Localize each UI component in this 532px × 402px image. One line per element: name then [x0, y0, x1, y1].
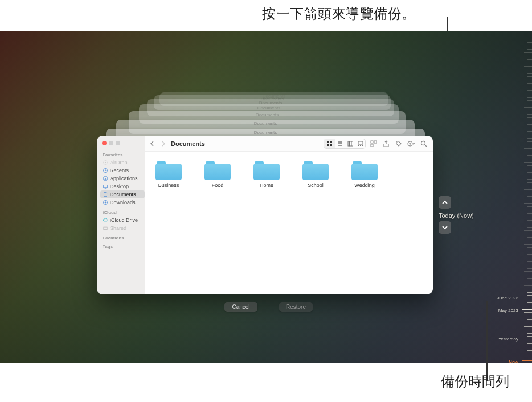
sidebar-head-tags: Tags — [103, 244, 145, 249]
folder-icon — [253, 160, 280, 180]
view-mode-segment — [324, 139, 366, 149]
app-icon: A — [103, 176, 108, 181]
sidebar-item-desktop[interactable]: Desktop — [100, 182, 145, 190]
folder-item[interactable]: Business — [150, 160, 187, 188]
columns-icon — [347, 141, 353, 147]
svg-point-24 — [421, 141, 425, 145]
svg-rect-7 — [103, 227, 108, 229]
folder-item[interactable]: Home — [248, 160, 285, 188]
backup-nav-panel: Today (Now) — [439, 196, 490, 237]
svg-rect-17 — [360, 145, 361, 146]
airdrop-icon — [103, 160, 108, 165]
action-button[interactable] — [407, 139, 416, 148]
svg-text:A: A — [105, 177, 107, 180]
svg-rect-11 — [330, 144, 332, 146]
sidebar-item-airdrop[interactable]: AirDrop — [100, 159, 145, 167]
cancel-button[interactable]: Cancel — [224, 302, 257, 312]
tag-button[interactable] — [394, 139, 403, 148]
sidebar-item-documents[interactable]: Documents — [100, 190, 145, 198]
sidebar-item-label: Shared — [110, 225, 126, 231]
finder-toolbar: Documents — [145, 136, 433, 152]
timeline-label: Yesterday — [498, 336, 518, 342]
svg-rect-10 — [327, 144, 329, 146]
svg-rect-19 — [371, 141, 373, 143]
tag-icon — [395, 140, 402, 147]
folder-icon — [204, 160, 231, 180]
shared-icon — [103, 225, 108, 231]
svg-rect-5 — [103, 185, 108, 188]
restore-button[interactable]: Restore — [279, 302, 313, 312]
folder-label: Food — [212, 182, 224, 188]
svg-rect-12 — [348, 141, 350, 146]
grid-icon — [326, 141, 332, 147]
sidebar-item-icloud-drive[interactable]: iCloud Drive — [100, 216, 145, 224]
finder-content[interactable]: Business Food Home School Wedding — [145, 152, 433, 294]
sidebar-item-downloads[interactable]: Downloads — [100, 198, 145, 206]
sidebar-head-locations: Locations — [103, 235, 145, 241]
group-icon — [370, 140, 377, 147]
folder-icon — [155, 160, 182, 180]
svg-rect-20 — [374, 141, 377, 143]
sidebar-item-recents[interactable]: Recents — [100, 167, 145, 174]
callout-line — [486, 301, 488, 381]
minimize-button[interactable] — [109, 141, 113, 145]
sidebar-head-icloud: iCloud — [103, 210, 145, 215]
close-button[interactable] — [102, 141, 107, 145]
view-list-button[interactable] — [334, 139, 345, 148]
nav-down-button[interactable] — [439, 221, 451, 234]
view-icon-button[interactable] — [324, 139, 334, 148]
back-button[interactable] — [149, 140, 156, 147]
group-button[interactable] — [369, 139, 378, 148]
timeline-label-now: Now — [509, 359, 518, 363]
desktop-icon — [103, 184, 108, 189]
chevron-down-icon — [441, 224, 448, 231]
finder-main: Documents Business — [145, 136, 433, 294]
current-backup-label: Today (Now) — [439, 212, 490, 219]
folder-label: Business — [158, 182, 179, 188]
download-icon — [103, 200, 108, 205]
forward-button[interactable] — [159, 140, 166, 147]
list-icon — [337, 141, 343, 147]
callout-nav-arrows: 按一下箭頭來導覽備份。 — [262, 5, 416, 23]
share-icon — [383, 140, 390, 147]
nav-up-button[interactable] — [439, 196, 451, 209]
backup-timeline[interactable]: June 2022 May 2023 Yesterday Now — [492, 39, 532, 355]
sidebar-head-favorites: Favorites — [103, 152, 145, 157]
svg-point-22 — [397, 142, 398, 143]
search-button[interactable] — [419, 139, 428, 148]
folder-item[interactable]: Food — [199, 160, 236, 188]
sidebar-item-label: AirDrop — [110, 160, 128, 165]
time-machine-screen: Documents Documents Documents Documents … — [0, 31, 532, 363]
sidebar-item-applications[interactable]: A Applications — [100, 174, 145, 182]
svg-point-1 — [105, 162, 106, 163]
folder-item[interactable]: School — [297, 160, 334, 188]
svg-rect-18 — [362, 145, 363, 146]
gallery-icon — [358, 141, 363, 147]
callout-timeline: 備份時間列 — [441, 372, 509, 391]
folder-label: Wedding — [354, 182, 374, 188]
doc-icon — [103, 192, 108, 197]
chevron-right-icon — [160, 141, 166, 147]
view-gallery-button[interactable] — [355, 139, 365, 148]
chevron-up-icon — [441, 199, 448, 206]
ghost-title: Documents — [256, 112, 279, 117]
svg-rect-15 — [358, 141, 363, 144]
finder-sidebar: Favorites AirDrop Recents A Applications… — [97, 136, 145, 294]
folder-icon — [302, 160, 329, 180]
svg-rect-8 — [327, 141, 329, 143]
svg-rect-13 — [350, 141, 351, 146]
timeline-ticks — [519, 39, 532, 355]
svg-rect-9 — [330, 141, 332, 143]
timeline-label: June 2022 — [497, 295, 518, 301]
sidebar-item-shared[interactable]: Shared — [100, 224, 145, 232]
share-button[interactable] — [382, 139, 391, 148]
view-column-button[interactable] — [345, 139, 355, 148]
zoom-button[interactable] — [116, 141, 120, 145]
sidebar-item-label: Documents — [110, 192, 136, 197]
sidebar-item-label: Desktop — [110, 184, 129, 189]
svg-rect-16 — [358, 145, 359, 146]
window-controls — [100, 139, 145, 149]
action-icon — [407, 140, 415, 147]
search-icon — [420, 140, 427, 147]
folder-item[interactable]: Wedding — [346, 160, 383, 188]
